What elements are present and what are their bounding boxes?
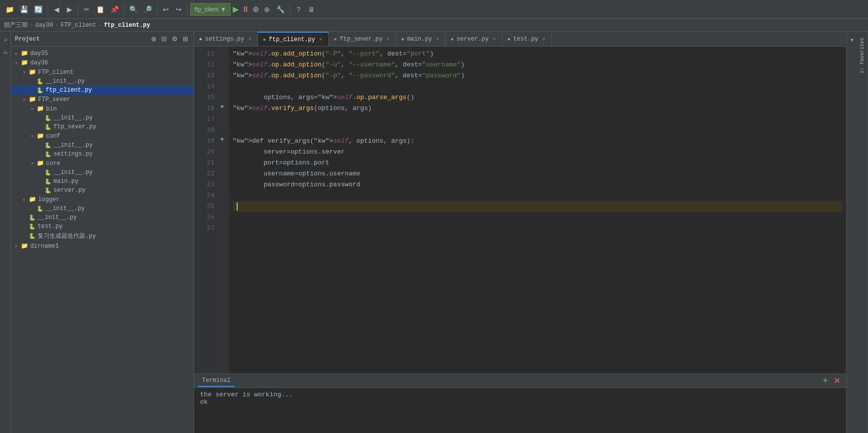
tree-item-conf[interactable]: ▾📁conf bbox=[11, 131, 194, 141]
tree-label-settings: settings.py bbox=[53, 151, 93, 158]
tab-label-main: main.py bbox=[407, 36, 432, 43]
file-tree-panel: Project ⊕ ⊟ ⚙ ⊞ ▸📁day35▾📁day36▾📁FTP_clie… bbox=[11, 32, 194, 433]
tab-close-ftp_client[interactable]: × bbox=[318, 37, 323, 43]
tree-item-day35[interactable]: ▸📁day35 bbox=[11, 49, 194, 58]
tab-settings[interactable]: ●settings.py× bbox=[194, 32, 258, 47]
tab-label-server: server.py bbox=[457, 36, 489, 43]
sidebar-add-btn[interactable]: ⊕ bbox=[150, 35, 158, 43]
sep3 bbox=[124, 3, 124, 15]
nav-back-btn[interactable]: ↩ bbox=[160, 2, 172, 16]
sidebar-collapse-btn[interactable]: ⊟ bbox=[160, 35, 168, 43]
breadcrumb-part1[interactable]: 脱产三期 bbox=[4, 21, 28, 29]
tree-item-__init__core[interactable]: 🐍__init__.py bbox=[11, 168, 194, 177]
sidebar-settings-btn[interactable]: ⚙ bbox=[170, 35, 179, 43]
nav-forward-btn[interactable]: ↪ bbox=[173, 2, 185, 16]
side-tab-1[interactable]: 1: bbox=[2, 34, 9, 46]
cut-btn[interactable]: ✂ bbox=[81, 2, 93, 16]
find-btn[interactable]: 🔍 bbox=[127, 2, 140, 16]
code-editor[interactable]: 1112131415161718192021222324252627 ◆◆ "k… bbox=[194, 47, 846, 374]
line-numbers: 1112131415161718192021222324252627 bbox=[194, 47, 219, 374]
tab-close-test[interactable]: × bbox=[541, 36, 547, 42]
tree-item-main[interactable]: 🐍main.py bbox=[11, 177, 194, 186]
tree-item-fuzhi[interactable]: 🐍复习生成器迭代器.py bbox=[11, 231, 194, 241]
terminal-line2: ok bbox=[200, 398, 840, 406]
back-btn[interactable]: ◀ bbox=[51, 2, 62, 16]
tree-label-FTP_client: FTP_client bbox=[38, 69, 74, 76]
tab-close-settings[interactable]: × bbox=[247, 36, 253, 42]
paste-btn[interactable]: 📌 bbox=[108, 2, 121, 16]
tree-item-__init__logger[interactable]: 🐍__init__.py bbox=[11, 204, 194, 213]
tree-item-FTP_sever[interactable]: ▾📁FTP_sever bbox=[11, 95, 194, 104]
terminal-header: Terminal + ✕ bbox=[194, 374, 846, 388]
tab-close-ftp_sever[interactable]: × bbox=[386, 36, 391, 42]
run-config-selector[interactable]: ftp_client ▼ bbox=[190, 3, 231, 16]
tree-label-fuzhi: 复习生成器迭代器.py bbox=[38, 232, 96, 240]
code-line-20: server=options.server bbox=[233, 147, 842, 158]
tree-item-__init__day36[interactable]: 🐍__init__.py bbox=[11, 213, 194, 222]
forward-btn[interactable]: ▶ bbox=[63, 2, 75, 16]
sidebar-layout-btn[interactable]: ⊞ bbox=[181, 35, 190, 43]
tree-label-__init__day36: __init__.py bbox=[38, 214, 77, 221]
open-folder-btn[interactable]: 📁 bbox=[3, 2, 16, 16]
tab-close-main[interactable]: × bbox=[435, 36, 441, 42]
code-line-25 bbox=[233, 201, 842, 212]
tree-item-bin[interactable]: ▾📁bin bbox=[11, 104, 194, 113]
copy-btn[interactable]: 📋 bbox=[94, 2, 107, 16]
tree-item-server[interactable]: 🐍server.py bbox=[11, 186, 194, 195]
terminal-add-btn[interactable]: + bbox=[820, 375, 830, 387]
tools-btn[interactable]: 🔧 bbox=[274, 2, 287, 16]
tree-label-FTP_sever: FTP_sever bbox=[38, 96, 70, 103]
main-area: 1: 2: Project ⊕ ⊟ ⚙ ⊞ ▸📁day35▾📁day36▾📁FT… bbox=[0, 32, 868, 433]
dropdown-icon: ▼ bbox=[220, 6, 226, 13]
help-btn[interactable]: 🖥 bbox=[306, 2, 317, 16]
tree-item-FTP_client[interactable]: ▾📁FTP_client bbox=[11, 67, 194, 77]
tree-label-logger: logger bbox=[38, 196, 59, 203]
tree-item-ftp_client[interactable]: 🐍ftp_client.py bbox=[11, 86, 194, 95]
tab-test[interactable]: ●test.py× bbox=[503, 32, 552, 47]
breadcrumb-part2[interactable]: day36 bbox=[35, 22, 53, 29]
terminal-tab[interactable]: Terminal bbox=[198, 375, 235, 387]
tab-icon-main: ● bbox=[401, 37, 404, 42]
terminal-close-btn[interactable]: ✕ bbox=[832, 375, 842, 387]
tree-item-core[interactable]: ▾📁core bbox=[11, 159, 194, 168]
breadcrumb-part3[interactable]: FTP_client bbox=[60, 22, 96, 29]
profile-btn[interactable]: ⊕ bbox=[261, 2, 273, 16]
coverage-btn[interactable]: ⊕ bbox=[252, 3, 260, 15]
sdk-btn[interactable]: ? bbox=[293, 2, 305, 16]
tree-label-bin: bin bbox=[46, 106, 57, 112]
tree-item-dirname1[interactable]: ▸📁dirname1 bbox=[11, 241, 194, 251]
tree-item-__init__conf[interactable]: 🐍__init__.py bbox=[11, 141, 194, 150]
breadcrumb-sep1: › bbox=[30, 22, 33, 29]
tree-label-main: main.py bbox=[53, 178, 78, 185]
run-config-label: ftp_client bbox=[195, 6, 218, 13]
tab-ftp_client[interactable]: ●ftp_client.py× bbox=[258, 32, 329, 47]
sep4 bbox=[157, 3, 157, 15]
tabs-bar: ●settings.py×●ftp_client.py×●ftp_sever.p… bbox=[194, 32, 846, 47]
side-tab-2[interactable]: 2: bbox=[2, 47, 9, 58]
tree-item-settings[interactable]: 🐍settings.py bbox=[11, 150, 194, 159]
tree-item-ftp_sever[interactable]: 🐍ftp_sever.py bbox=[11, 122, 194, 131]
debug-btn[interactable]: ⏸ bbox=[241, 4, 251, 15]
tab-label-ftp_client: ftp_client.py bbox=[269, 36, 315, 43]
tab-ftp_sever[interactable]: ●ftp_sever.py× bbox=[329, 32, 396, 47]
tab-main[interactable]: ●main.py× bbox=[396, 32, 446, 47]
code-line-18 bbox=[233, 125, 842, 136]
tab-icon-server: ● bbox=[451, 37, 454, 42]
replace-btn[interactable]: 🔎 bbox=[141, 2, 154, 16]
tree-item-day36[interactable]: ▾📁day36 bbox=[11, 58, 194, 67]
run-btn[interactable]: ▶ bbox=[232, 3, 240, 15]
tree-item-logger[interactable]: ▸📁logger bbox=[11, 195, 194, 204]
right-tab-btn[interactable]: ▼ bbox=[849, 34, 856, 47]
tab-server[interactable]: ●server.py× bbox=[446, 32, 502, 47]
tree-item-test[interactable]: 🐍test.py bbox=[11, 222, 194, 231]
breadcrumb-part4[interactable]: ftp_client.py bbox=[104, 22, 151, 29]
code-line-16: "kw">self.verify_args(options, args) bbox=[233, 103, 842, 114]
favorites-label[interactable]: 2: Favorites bbox=[859, 34, 866, 77]
tree-item-__init__bin[interactable]: 🐍__init__.py bbox=[11, 113, 194, 122]
refresh-btn[interactable]: 🔄 bbox=[32, 2, 45, 16]
save-btn[interactable]: 💾 bbox=[17, 2, 31, 16]
tab-close-server[interactable]: × bbox=[492, 36, 497, 42]
tree-item-__init__1[interactable]: 🐍__init__.py bbox=[11, 77, 194, 86]
sep1 bbox=[48, 3, 48, 15]
code-content[interactable]: "kw">self.op.add_option("-P", "--port", … bbox=[229, 47, 846, 374]
